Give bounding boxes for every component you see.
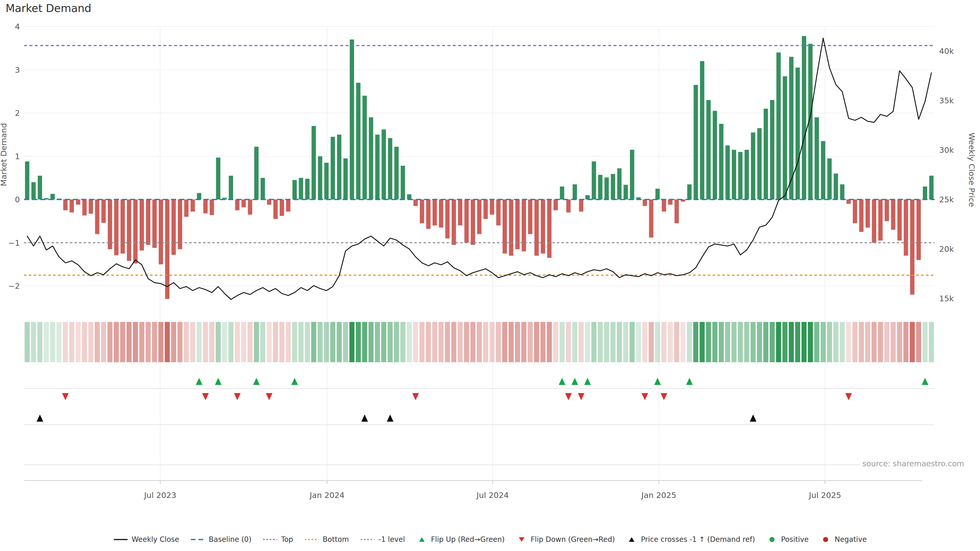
demand-bar[interactable] (579, 200, 584, 211)
demand-bar[interactable] (261, 178, 265, 200)
heatmap-cell[interactable] (388, 322, 393, 362)
demand-bar[interactable] (108, 200, 112, 249)
heatmap-cell[interactable] (483, 322, 488, 362)
heatmap-cell[interactable] (776, 322, 781, 362)
heatmap-cell[interactable] (120, 322, 125, 362)
demand-bar[interactable] (445, 200, 450, 238)
heatmap-cell[interactable] (470, 322, 476, 362)
demand-bar[interactable] (63, 200, 68, 210)
flip-down-marker[interactable] (202, 393, 209, 400)
heatmap-cell[interactable] (566, 322, 571, 362)
demand-bar[interactable] (745, 150, 749, 200)
flip-up-marker[interactable] (215, 378, 221, 385)
heatmap-cell[interactable] (623, 322, 628, 362)
heatmap-cell[interactable] (419, 322, 425, 362)
heatmap-cell[interactable] (37, 322, 42, 362)
heatmap-cell[interactable] (356, 322, 361, 362)
heatmap-cell[interactable] (878, 322, 883, 362)
demand-bar[interactable] (83, 200, 87, 216)
heatmap-cell[interactable] (725, 322, 730, 362)
price-cross-marker[interactable] (387, 414, 393, 422)
heatmap-cell[interactable] (203, 322, 208, 362)
heatmap-cell[interactable] (216, 322, 221, 362)
demand-bar[interactable] (859, 200, 864, 232)
heatmap-cell[interactable] (133, 322, 138, 362)
demand-bar[interactable] (611, 174, 615, 200)
demand-bar[interactable] (267, 200, 271, 205)
heatmap-cell[interactable] (846, 322, 851, 362)
heatmap-cell[interactable] (31, 322, 36, 362)
flip-up-marker[interactable] (654, 378, 661, 385)
price-cross-marker[interactable] (361, 414, 368, 422)
heatmap-cell[interactable] (559, 322, 565, 362)
heatmap-cell[interactable] (757, 322, 762, 362)
heatmap-cell[interactable] (451, 322, 456, 362)
demand-bar[interactable] (25, 162, 29, 200)
demand-bar[interactable] (433, 200, 437, 225)
demand-bar[interactable] (757, 128, 762, 200)
demand-bar[interactable] (592, 162, 596, 200)
demand-bar[interactable] (210, 200, 214, 215)
demand-bar[interactable] (477, 200, 482, 234)
heatmap-cell[interactable] (63, 322, 68, 362)
heatmap-cell[interactable] (865, 322, 870, 362)
demand-bar[interactable] (101, 200, 106, 223)
heatmap-cell[interactable] (515, 322, 520, 362)
demand-bar[interactable] (312, 126, 316, 200)
market-demand-chart[interactable]: 43210−1−240k35k30k25k20k15kJul 2023Jan 2… (0, 0, 980, 526)
heatmap-cell[interactable] (929, 322, 934, 362)
demand-bar[interactable] (522, 200, 526, 251)
heatmap-cell[interactable] (235, 322, 240, 362)
heatmap-cell[interactable] (438, 322, 444, 362)
demand-bar[interactable] (528, 200, 532, 234)
demand-bar[interactable] (248, 200, 252, 214)
heatmap-cell[interactable] (904, 322, 908, 362)
demand-bar[interactable] (356, 83, 360, 200)
demand-bar[interactable] (535, 200, 539, 256)
demand-bar[interactable] (273, 200, 278, 219)
heatmap-cell[interactable] (349, 322, 355, 362)
flip-up-marker[interactable] (686, 378, 693, 385)
heatmap-cell[interactable] (114, 322, 119, 362)
demand-bar[interactable] (732, 150, 736, 200)
heatmap-cell[interactable] (401, 322, 406, 362)
heatmap-cell[interactable] (814, 322, 819, 362)
demand-bar[interactable] (515, 200, 520, 249)
heatmap-cell[interactable] (598, 322, 603, 362)
demand-bar[interactable] (738, 152, 742, 200)
demand-bar[interactable] (668, 200, 673, 205)
demand-bar[interactable] (846, 200, 851, 204)
flip-up-marker[interactable] (584, 378, 591, 385)
heatmap-cell[interactable] (318, 322, 323, 362)
heatmap-cell[interactable] (267, 322, 272, 362)
heatmap-cell[interactable] (617, 322, 622, 362)
heatmap-cell[interactable] (642, 322, 648, 362)
heatmap-cell[interactable] (840, 322, 845, 362)
demand-bar[interactable] (127, 200, 131, 261)
heatmap-cell[interactable] (668, 322, 673, 362)
heatmap-cell[interactable] (95, 322, 100, 362)
demand-bar[interactable] (865, 200, 870, 227)
demand-bar[interactable] (834, 173, 838, 200)
heatmap-cell[interactable] (853, 322, 858, 362)
demand-bar[interactable] (439, 200, 443, 227)
demand-bar[interactable] (369, 118, 373, 200)
heatmap-cell[interactable] (197, 322, 202, 362)
heatmap-cell[interactable] (254, 322, 259, 362)
demand-bar[interactable] (490, 200, 494, 214)
demand-bar[interactable] (795, 68, 800, 200)
demand-bar[interactable] (776, 52, 781, 200)
heatmap-cell[interactable] (509, 322, 514, 362)
heatmap-cell[interactable] (833, 322, 838, 362)
legend-item-top[interactable]: Top (262, 535, 293, 544)
demand-bar[interactable] (891, 200, 895, 230)
demand-bar[interactable] (197, 193, 201, 200)
heatmap-cell[interactable] (248, 322, 253, 362)
demand-bar[interactable] (770, 100, 774, 200)
demand-bar[interactable] (541, 200, 545, 254)
heatmap-cell[interactable] (611, 322, 616, 362)
heatmap-cell[interactable] (687, 322, 692, 362)
heatmap-cell[interactable] (286, 322, 291, 362)
heatmap-cell[interactable] (228, 322, 234, 362)
flip-down-marker[interactable] (661, 393, 667, 400)
